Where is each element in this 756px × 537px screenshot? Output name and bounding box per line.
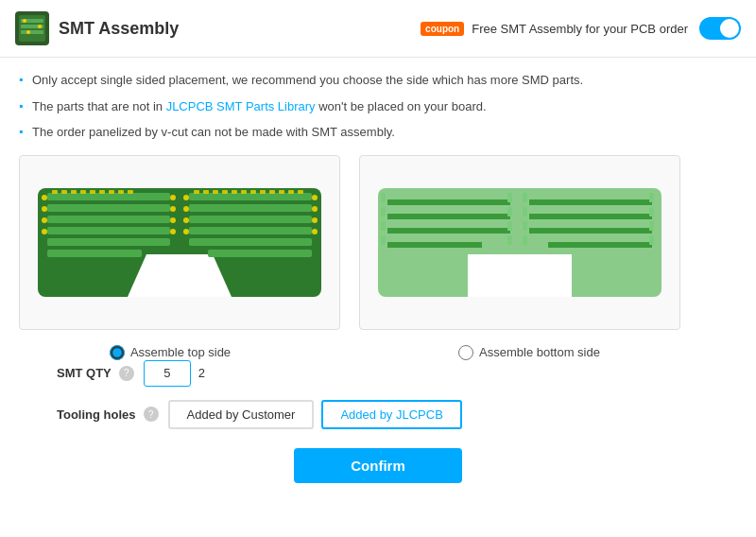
svg-rect-57 <box>279 190 284 194</box>
svg-rect-49 <box>203 190 209 194</box>
smt-qty-input[interactable] <box>144 360 191 387</box>
svg-rect-81 <box>523 221 527 231</box>
notice-item-2: The parts that are not in JLCPCB SMT Par… <box>19 97 737 116</box>
svg-rect-54 <box>250 190 256 194</box>
svg-point-28 <box>170 206 176 212</box>
top-side-radio[interactable] <box>110 345 125 360</box>
top-side-label: Assemble top side <box>130 345 231 359</box>
svg-rect-52 <box>232 190 237 194</box>
notice-item-1: Only accept single sided placement, we r… <box>19 71 737 90</box>
svg-rect-15 <box>47 238 170 246</box>
svg-point-7 <box>26 30 30 34</box>
parts-library-link[interactable]: JLCPCB SMT Parts Library <box>166 99 316 113</box>
tooling-holes-help-icon[interactable]: ? <box>144 407 159 422</box>
main-content: Only accept single sided placement, we r… <box>0 58 756 496</box>
notice-item-3: The order panelized by v-cut can not be … <box>19 123 737 142</box>
svg-point-32 <box>183 206 189 212</box>
svg-rect-48 <box>194 190 199 194</box>
svg-point-33 <box>183 217 189 223</box>
assembly-toggle[interactable] <box>699 17 741 40</box>
top-side-option[interactable]: Assemble top side <box>110 345 231 360</box>
svg-point-27 <box>170 195 176 200</box>
svg-rect-46 <box>118 190 124 194</box>
svg-rect-16 <box>47 250 142 257</box>
notices-list: Only accept single sided placement, we r… <box>19 71 737 142</box>
svg-rect-13 <box>47 216 170 223</box>
svg-point-26 <box>42 229 47 234</box>
assemble-options-row: Assemble top side Assemble bottom side <box>19 345 737 360</box>
svg-rect-45 <box>109 190 114 194</box>
svg-rect-59 <box>298 190 303 194</box>
svg-rect-20 <box>189 227 312 234</box>
svg-rect-47 <box>128 190 133 194</box>
smt-qty-help-icon[interactable]: ? <box>119 366 134 381</box>
svg-rect-43 <box>90 190 95 194</box>
svg-rect-72 <box>381 207 386 217</box>
svg-point-38 <box>312 229 318 234</box>
svg-rect-85 <box>649 221 654 231</box>
bottom-side-option[interactable]: Assemble bottom side <box>458 345 600 360</box>
svg-rect-78 <box>507 235 512 245</box>
svg-rect-51 <box>222 190 228 194</box>
coupon-badge: coupon <box>421 22 464 36</box>
svg-point-31 <box>183 195 189 200</box>
confirm-row: Confirm <box>19 448 737 483</box>
svg-rect-39 <box>52 190 58 194</box>
bottom-side-radio[interactable] <box>458 345 473 360</box>
svg-rect-12 <box>47 204 170 212</box>
svg-rect-77 <box>507 221 512 231</box>
svg-rect-14 <box>47 227 170 234</box>
promo-text: Free SMT Assembly for your PCB order <box>472 22 688 36</box>
svg-rect-22 <box>208 250 312 257</box>
svg-rect-79 <box>523 193 527 202</box>
bottom-board-card <box>359 155 680 330</box>
svg-point-36 <box>312 206 318 212</box>
svg-rect-56 <box>269 190 275 194</box>
svg-rect-75 <box>507 193 512 202</box>
svg-point-25 <box>42 217 47 223</box>
svg-point-34 <box>183 229 189 234</box>
tooling-jlcpcb-btn[interactable]: Added by JLCPCB <box>321 400 461 429</box>
svg-rect-71 <box>381 193 386 202</box>
svg-rect-40 <box>61 190 67 194</box>
svg-rect-21 <box>189 238 312 246</box>
page-title: SMT Assembly <box>59 19 421 39</box>
svg-rect-50 <box>213 190 218 194</box>
svg-rect-4 <box>21 30 43 34</box>
svg-point-35 <box>312 195 318 200</box>
svg-point-29 <box>170 217 176 223</box>
svg-rect-44 <box>99 190 105 194</box>
bottom-side-label: Assemble bottom side <box>479 345 600 359</box>
tooling-holes-row: Tooling holes ? Added by Customer Added … <box>19 400 737 429</box>
svg-rect-42 <box>80 190 86 194</box>
svg-point-24 <box>42 206 47 212</box>
svg-rect-62 <box>468 254 572 297</box>
svg-rect-80 <box>523 207 527 217</box>
svg-rect-41 <box>71 190 77 194</box>
svg-rect-76 <box>507 207 512 217</box>
svg-rect-55 <box>260 190 266 194</box>
svg-rect-82 <box>523 235 527 245</box>
smt-qty-label: SMT QTY <box>57 366 112 380</box>
app-header: SMT Assembly coupon Free SMT Assembly fo… <box>0 0 756 58</box>
svg-rect-19 <box>189 216 312 223</box>
confirm-button[interactable]: Confirm <box>294 448 462 483</box>
boards-container <box>19 155 737 330</box>
svg-rect-73 <box>381 221 386 231</box>
tooling-customer-btn[interactable]: Added by Customer <box>168 400 315 429</box>
svg-rect-74 <box>381 235 386 245</box>
svg-rect-84 <box>649 207 654 217</box>
tooling-holes-label: Tooling holes <box>57 407 136 422</box>
smt-qty-row: SMT QTY ? 2 <box>19 360 737 387</box>
svg-rect-11 <box>47 193 170 200</box>
svg-rect-83 <box>649 193 654 202</box>
svg-point-23 <box>42 195 47 200</box>
smt-qty-count: 2 <box>198 366 205 380</box>
svg-rect-53 <box>241 190 247 194</box>
svg-rect-86 <box>649 235 654 245</box>
svg-rect-18 <box>189 204 312 212</box>
top-board-card <box>19 155 340 330</box>
svg-rect-58 <box>288 190 294 194</box>
smt-logo-icon <box>15 11 49 45</box>
svg-point-5 <box>23 19 26 23</box>
